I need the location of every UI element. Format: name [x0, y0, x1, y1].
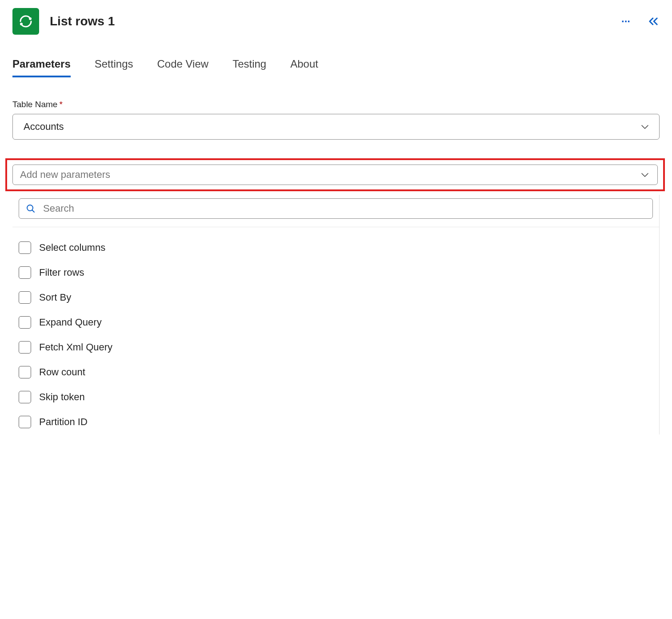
- table-name-value: Accounts: [24, 121, 640, 133]
- tab-bar: Parameters Settings Code View Testing Ab…: [12, 58, 660, 77]
- svg-point-1: [20, 23, 23, 25]
- chevron-down-icon: [640, 169, 650, 180]
- dataverse-connector-icon: [12, 8, 39, 35]
- parameters-dropdown-panel: Select columns Filter rows Sort By Expan…: [12, 195, 660, 434]
- param-option-partition-id[interactable]: Partition ID: [19, 410, 653, 434]
- param-option-row-count[interactable]: Row count: [19, 360, 653, 385]
- parameter-search-input[interactable]: [19, 198, 653, 219]
- svg-point-0: [29, 17, 32, 20]
- tab-testing[interactable]: Testing: [232, 58, 266, 77]
- checkbox[interactable]: [19, 291, 31, 304]
- checkbox[interactable]: [19, 241, 31, 254]
- highlight-annotation: Add new parameters: [5, 158, 665, 191]
- checkbox[interactable]: [19, 416, 31, 428]
- checkbox[interactable]: [19, 391, 31, 403]
- add-new-parameters-dropdown[interactable]: Add new parameters: [12, 165, 658, 185]
- checkbox[interactable]: [19, 366, 31, 378]
- param-option-fetch-xml-query[interactable]: Fetch Xml Query: [19, 335, 653, 360]
- param-option-sort-by[interactable]: Sort By: [19, 285, 653, 310]
- add-new-parameters-placeholder: Add new parameters: [20, 169, 640, 181]
- checkbox[interactable]: [19, 316, 31, 329]
- tab-parameters[interactable]: Parameters: [12, 58, 71, 77]
- chevron-down-icon: [640, 121, 650, 132]
- param-option-select-columns[interactable]: Select columns: [19, 235, 653, 260]
- tab-about[interactable]: About: [290, 58, 318, 77]
- collapse-panel-button[interactable]: [647, 15, 660, 28]
- parameter-search-field[interactable]: [43, 203, 646, 214]
- more-options-button[interactable]: ···: [621, 15, 630, 28]
- required-marker: *: [59, 100, 62, 109]
- param-option-skip-token[interactable]: Skip token: [19, 385, 653, 410]
- param-option-filter-rows[interactable]: Filter rows: [19, 260, 653, 285]
- table-name-label: Table Name*: [12, 100, 660, 109]
- tab-settings[interactable]: Settings: [95, 58, 133, 77]
- search-icon: [25, 203, 36, 214]
- checkbox[interactable]: [19, 341, 31, 354]
- checkbox[interactable]: [19, 266, 31, 279]
- tab-code-view[interactable]: Code View: [157, 58, 208, 77]
- table-name-dropdown[interactable]: Accounts: [12, 114, 660, 140]
- parameter-option-list: Select columns Filter rows Sort By Expan…: [12, 227, 659, 434]
- action-title: List rows 1: [50, 14, 621, 28]
- param-option-expand-query[interactable]: Expand Query: [19, 310, 653, 335]
